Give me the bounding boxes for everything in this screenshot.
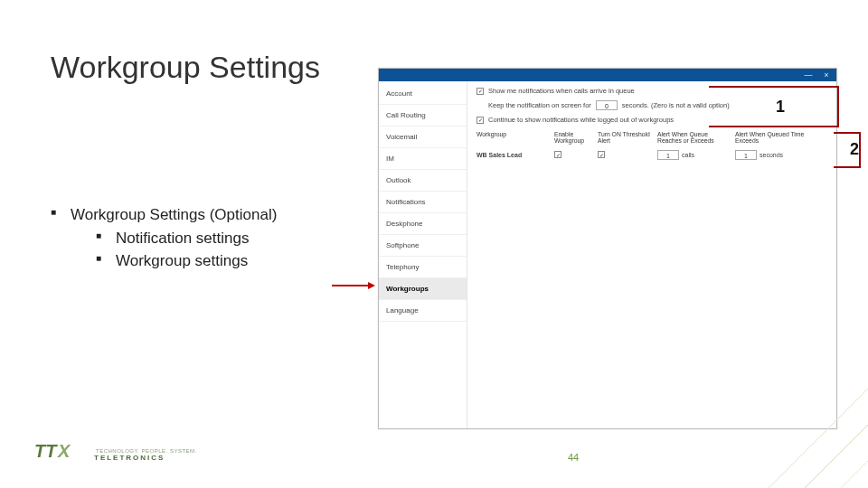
minimize-icon[interactable]: — bbox=[804, 70, 813, 80]
calls-input[interactable]: 1 bbox=[657, 150, 679, 160]
col-workgroup: Workgroup bbox=[476, 131, 551, 145]
nav-notifications[interactable]: Notifications bbox=[379, 192, 467, 213]
nav-im[interactable]: IM bbox=[379, 148, 467, 170]
page-number: 44 bbox=[568, 452, 579, 463]
bullet-main: Workgroup Settings (Optional) Notificati… bbox=[51, 203, 277, 273]
nav-telephony[interactable]: Telephony bbox=[379, 257, 467, 278]
page-title: Workgroup Settings bbox=[51, 50, 320, 85]
nav-voicemail[interactable]: Voicemail bbox=[379, 127, 467, 148]
close-icon[interactable]: × bbox=[822, 70, 831, 80]
nav-call-routing[interactable]: Call Routing bbox=[379, 105, 467, 127]
nav-workgroups-label: Workgroups bbox=[386, 285, 429, 293]
brand-name: TELETRONICS bbox=[94, 454, 197, 462]
checkbox-icon[interactable]: ✓ bbox=[476, 117, 484, 124]
svg-marker-1 bbox=[368, 282, 375, 289]
workgroup-name: WB Sales Lead bbox=[476, 152, 551, 158]
workgroups-panel: ✓ Show me notifications when calls arriv… bbox=[467, 81, 836, 428]
col-queue-time: Alert When Queued Time Exceeds bbox=[735, 131, 809, 145]
svg-text:X: X bbox=[57, 441, 71, 461]
svg-text:TT: TT bbox=[34, 441, 58, 461]
logo-icon: TT X bbox=[34, 441, 87, 468]
calls-label: calls bbox=[682, 152, 694, 158]
nav-deskphone[interactable]: Deskphone bbox=[379, 213, 467, 235]
callout-label-2: 2 bbox=[850, 140, 859, 159]
workgroup-row: WB Sales Lead ✓ ✓ 1 calls 1 seconds bbox=[476, 150, 829, 160]
col-queue-reaches: Alert When Queue Reaches or Exceeds bbox=[657, 131, 731, 145]
nav-softphone[interactable]: Softphone bbox=[379, 235, 467, 257]
nav-workgroups[interactable]: Workgroups bbox=[379, 278, 467, 300]
checkbox-icon[interactable]: ✓ bbox=[554, 151, 561, 158]
col-enable: Enable Workgroup bbox=[554, 131, 594, 145]
option-continue-label: Continue to show notifications while log… bbox=[488, 116, 674, 124]
settings-sidenav: Account Call Routing Voicemail IM Outloo… bbox=[379, 81, 467, 428]
nav-language[interactable]: Language bbox=[379, 300, 467, 322]
content-block: Workgroup Settings (Optional) Notificati… bbox=[51, 203, 277, 273]
seconds-input[interactable]: 1 bbox=[735, 150, 757, 160]
workgroup-table-header: Workgroup Enable Workgroup Turn ON Thres… bbox=[476, 131, 829, 145]
bullet-sub-2: Workgroup settings bbox=[96, 249, 277, 273]
callout-label-1: 1 bbox=[772, 98, 788, 117]
col-threshold: Turn ON Threshold Alert bbox=[598, 131, 654, 145]
seconds-input[interactable]: 0 bbox=[596, 100, 618, 110]
window-titlebar: — × bbox=[379, 69, 836, 81]
brand-tagline: TECHNOLOGY. PEOPLE. SYSTEM. bbox=[96, 448, 197, 454]
nav-account[interactable]: Account bbox=[379, 83, 467, 105]
svg-marker-4 bbox=[796, 443, 868, 488]
bullet-main-text: Workgroup Settings (Optional) bbox=[71, 206, 277, 223]
option-keep-label-a: Keep the notification on screen for bbox=[488, 101, 591, 109]
bullet-sub-1: Notification settings bbox=[96, 227, 277, 250]
arrow-icon bbox=[332, 281, 375, 290]
checkbox-icon[interactable]: ✓ bbox=[476, 88, 484, 95]
nav-outlook[interactable]: Outlook bbox=[379, 170, 467, 192]
option-show-notifications-label: Show me notifications when calls arrive … bbox=[488, 87, 635, 95]
seconds-label: seconds bbox=[760, 152, 783, 158]
brand-logo: TT X TECHNOLOGY. PEOPLE. SYSTEM. TELETRO… bbox=[34, 441, 197, 468]
checkbox-icon[interactable]: ✓ bbox=[598, 151, 605, 158]
